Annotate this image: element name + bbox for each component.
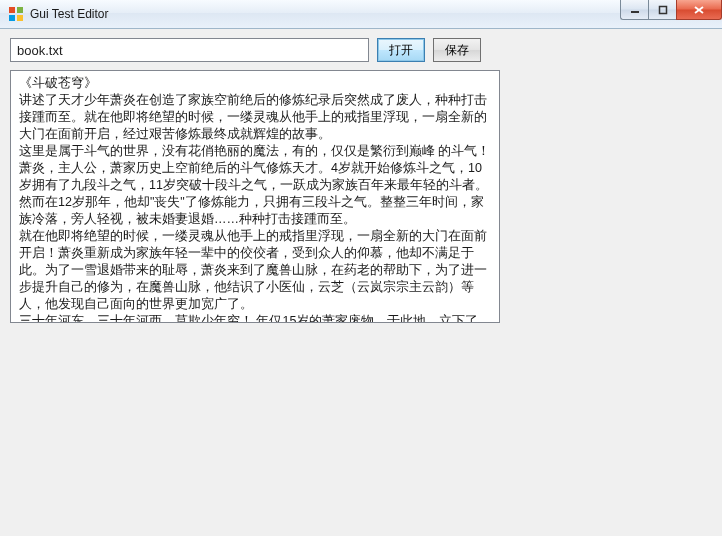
svg-line-7	[695, 7, 703, 13]
svg-rect-3	[17, 15, 23, 21]
svg-line-6	[695, 7, 703, 13]
file-path-input[interactable]	[10, 38, 369, 62]
minimize-button[interactable]	[620, 0, 648, 20]
close-icon	[693, 5, 705, 15]
save-button[interactable]: 保存	[433, 38, 481, 62]
app-icon	[8, 6, 24, 22]
text-line: 讲述了天才少年萧炎在创造了家族空前绝后的修炼纪录后突然成了废人，种种打击接踵而至…	[19, 92, 491, 143]
toolbar: 打开 保存	[10, 38, 712, 62]
text-line: 《斗破苍穹》	[19, 75, 491, 92]
text-line: 就在他即将绝望的时候，一缕灵魂从他手上的戒指里浮现，一扇全新的大门在面前开启！萧…	[19, 228, 491, 313]
text-line: 萧炎，主人公，萧家历史上空前绝后的斗气修炼天才。4岁就开始修炼斗之气，10岁拥有…	[19, 160, 491, 228]
maximize-icon	[658, 5, 668, 15]
text-editor[interactable]: 《斗破苍穹》 讲述了天才少年萧炎在创造了家族空前绝后的修炼纪录后突然成了废人，种…	[10, 70, 500, 323]
text-line: 这里是属于斗气的世界，没有花俏艳丽的魔法，有的，仅仅是繁衍到巅峰 的斗气！	[19, 143, 491, 160]
title-bar: Gui Test Editor	[0, 0, 722, 29]
window-title: Gui Test Editor	[30, 7, 108, 21]
minimize-icon	[630, 5, 640, 15]
svg-rect-5	[659, 6, 666, 13]
svg-rect-2	[9, 15, 15, 21]
maximize-button[interactable]	[648, 0, 676, 20]
svg-rect-0	[9, 7, 15, 13]
text-line: 三十年河东，三十年河西，莫欺少年穷！ 年仅15岁的萧家废物，于此地，立下了誓言，…	[19, 313, 491, 323]
client-area: 打开 保存 《斗破苍穹》 讲述了天才少年萧炎在创造了家族空前绝后的修炼纪录后突然…	[0, 29, 722, 536]
window-controls	[620, 0, 722, 20]
open-button[interactable]: 打开	[377, 38, 425, 62]
svg-rect-1	[17, 7, 23, 13]
close-button[interactable]	[676, 0, 722, 20]
